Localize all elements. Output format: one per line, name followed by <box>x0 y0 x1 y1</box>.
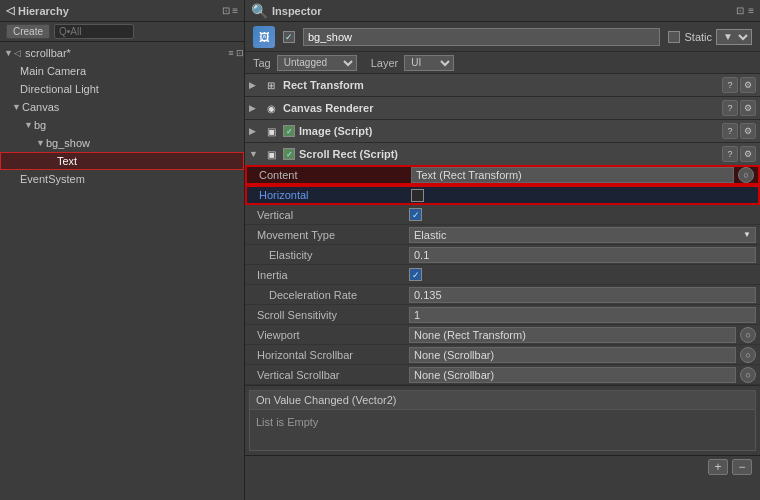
image-script-gear-btn[interactable]: ⚙ <box>740 123 756 139</box>
scroll-rect-gear-btn[interactable]: ⚙ <box>740 146 756 162</box>
h-scrollbar-circle-btn[interactable]: ○ <box>740 347 756 363</box>
rect-transform-icon: ⊞ <box>263 77 279 93</box>
vertical-row: Vertical ✓ <box>245 205 760 225</box>
scroll-rect-component: ▼ ▣ ✓ Scroll Rect (Script) ? ⚙ Content T… <box>245 143 760 386</box>
rect-transform-buttons: ? ⚙ <box>722 77 756 93</box>
object-active-checkbox[interactable]: ✓ <box>283 31 295 43</box>
hierarchy-item-text[interactable]: Text <box>0 152 244 170</box>
movement-type-value: Elastic <box>414 229 446 241</box>
scroll-rect-header[interactable]: ▼ ▣ ✓ Scroll Rect (Script) ? ⚙ <box>245 143 760 165</box>
content-row: Content Text (Rect Transform) ○ <box>245 165 760 185</box>
viewport-label: Viewport <box>249 329 409 341</box>
h-scrollbar-value[interactable]: None (Scrollbar) <box>409 347 736 363</box>
object-header: 🖼 ✓ Static ▼ <box>245 22 760 52</box>
hierarchy-icon: ◁ <box>6 4 14 17</box>
canvas-renderer-info-btn[interactable]: ? <box>722 100 738 116</box>
create-button[interactable]: Create <box>6 24 50 39</box>
v-scrollbar-circle-btn[interactable]: ○ <box>740 367 756 383</box>
image-script-buttons: ? ⚙ <box>722 123 756 139</box>
inertia-checkbox[interactable]: ✓ <box>409 268 422 281</box>
rect-transform-component: ▶ ⊞ Rect Transform ? ⚙ <box>245 74 760 97</box>
tag-label: Tag <box>253 57 271 69</box>
layer-select[interactable]: UI <box>404 55 454 71</box>
canvas-renderer-arrow: ▶ <box>249 103 259 113</box>
scroll-sensitivity-value-text: 1 <box>414 309 420 321</box>
rect-transform-gear-btn[interactable]: ⚙ <box>740 77 756 93</box>
search-input[interactable] <box>54 24 134 39</box>
image-script-component: ▶ ▣ ✓ Image (Script) ? ⚙ <box>245 120 760 143</box>
hierarchy-item-bg[interactable]: ▼ bg <box>0 116 244 134</box>
scroll-rect-icon: ▣ <box>263 146 279 162</box>
hierarchy-title: ◁ Hierarchy <box>6 4 69 17</box>
v-scrollbar-row: Vertical Scrollbar None (Scrollbar) ○ <box>245 365 760 385</box>
elasticity-row: Elasticity 0.1 <box>245 245 760 265</box>
expand-arrow-bg-show: ▼ <box>36 138 46 148</box>
hierarchy-item-canvas[interactable]: ▼ Canvas <box>0 98 244 116</box>
viewport-circle-btn[interactable]: ○ <box>740 327 756 343</box>
event-body: List is Empty <box>250 410 755 450</box>
hierarchy-item-eventsystem[interactable]: EventSystem <box>0 170 244 188</box>
image-script-header[interactable]: ▶ ▣ ✓ Image (Script) ? ⚙ <box>245 120 760 142</box>
rect-transform-info-btn[interactable]: ? <box>722 77 738 93</box>
elasticity-value[interactable]: 0.1 <box>409 247 756 263</box>
hierarchy-item-bg-show[interactable]: ▼ bg_show <box>0 134 244 152</box>
elasticity-value-text: 0.1 <box>414 249 429 261</box>
expand-arrow-canvas: ▼ <box>12 102 22 112</box>
scroll-sensitivity-value[interactable]: 1 <box>409 307 756 323</box>
content-label: Content <box>251 169 411 181</box>
deceleration-value-text: 0.135 <box>414 289 442 301</box>
static-row: Static ▼ <box>668 29 752 45</box>
viewport-value-text: None (Rect Transform) <box>414 329 526 341</box>
directional-light-label: Directional Light <box>20 83 99 95</box>
inertia-label: Inertia <box>249 269 409 281</box>
canvas-renderer-buttons: ? ⚙ <box>722 100 756 116</box>
v-scrollbar-value[interactable]: None (Scrollbar) <box>409 367 736 383</box>
rect-transform-header[interactable]: ▶ ⊞ Rect Transform ? ⚙ <box>245 74 760 96</box>
hierarchy-item-main-camera[interactable]: Main Camera <box>0 62 244 80</box>
scroll-sensitivity-row: Scroll Sensitivity 1 <box>245 305 760 325</box>
vertical-checkbox[interactable]: ✓ <box>409 208 422 221</box>
rect-transform-arrow: ▶ <box>249 80 259 90</box>
object-name-input[interactable] <box>303 28 660 46</box>
canvas-renderer-header[interactable]: ▶ ◉ Canvas Renderer ? ⚙ <box>245 97 760 119</box>
add-component-btn[interactable]: + <box>708 459 728 475</box>
viewport-value[interactable]: None (Rect Transform) <box>409 327 736 343</box>
hierarchy-controls: ⊡ ≡ <box>222 5 238 16</box>
image-script-checkbox[interactable]: ✓ <box>283 125 295 137</box>
deceleration-label: Deceleration Rate <box>249 289 409 301</box>
scroll-rect-checkbox[interactable]: ✓ <box>283 148 295 160</box>
h-scrollbar-row: Horizontal Scrollbar None (Scrollbar) ○ <box>245 345 760 365</box>
canvas-renderer-gear-btn[interactable]: ⚙ <box>740 100 756 116</box>
image-script-info-btn[interactable]: ? <box>722 123 738 139</box>
inspector-panel: 🔍 Inspector ⊡ ≡ 🖼 ✓ Static ▼ <box>245 0 760 500</box>
tag-select[interactable]: Untagged <box>277 55 357 71</box>
inspector-pin-icon: ⊡ <box>736 5 744 16</box>
canvas-renderer-icon: ◉ <box>263 100 279 116</box>
inspector-body: ▶ ⊞ Rect Transform ? ⚙ ▶ ◉ Canvas Render… <box>245 74 760 500</box>
event-section: On Value Changed (Vector2) List is Empty <box>249 390 756 451</box>
inspector-icon: 🔍 <box>251 3 268 19</box>
horizontal-row: Horizontal <box>245 185 760 205</box>
deceleration-value[interactable]: 0.135 <box>409 287 756 303</box>
remove-component-btn[interactable]: − <box>732 459 752 475</box>
scrollbar-label: scrollbar* <box>25 47 71 59</box>
scroll-rect-info-btn[interactable]: ? <box>722 146 738 162</box>
menu-icon: ≡ <box>232 5 238 16</box>
hierarchy-item-scrollbar[interactable]: ▼ ◁ scrollbar* ≡ ⊡ <box>0 44 244 62</box>
rect-transform-title: Rect Transform <box>283 79 718 91</box>
image-script-arrow: ▶ <box>249 126 259 136</box>
static-label: Static <box>684 31 712 43</box>
hierarchy-item-directional-light[interactable]: Directional Light <box>0 80 244 98</box>
movement-type-dropdown[interactable]: Elastic ▼ <box>409 227 756 243</box>
horizontal-checkbox[interactable] <box>411 189 424 202</box>
object-icon-symbol: 🖼 <box>259 31 270 43</box>
content-circle-btn[interactable]: ○ <box>738 167 754 183</box>
static-dropdown[interactable]: ▼ <box>716 29 752 45</box>
hierarchy-header: ◁ Hierarchy ⊡ ≡ <box>0 0 244 22</box>
content-value-text: Text (Rect Transform) <box>416 169 522 181</box>
static-checkbox[interactable] <box>668 31 680 43</box>
image-script-icon: ▣ <box>263 123 279 139</box>
hierarchy-panel: ◁ Hierarchy ⊡ ≡ Create ▼ ◁ scrollbar* ≡ … <box>0 0 245 500</box>
hierarchy-label: Hierarchy <box>18 5 69 17</box>
content-value[interactable]: Text (Rect Transform) <box>411 167 734 183</box>
